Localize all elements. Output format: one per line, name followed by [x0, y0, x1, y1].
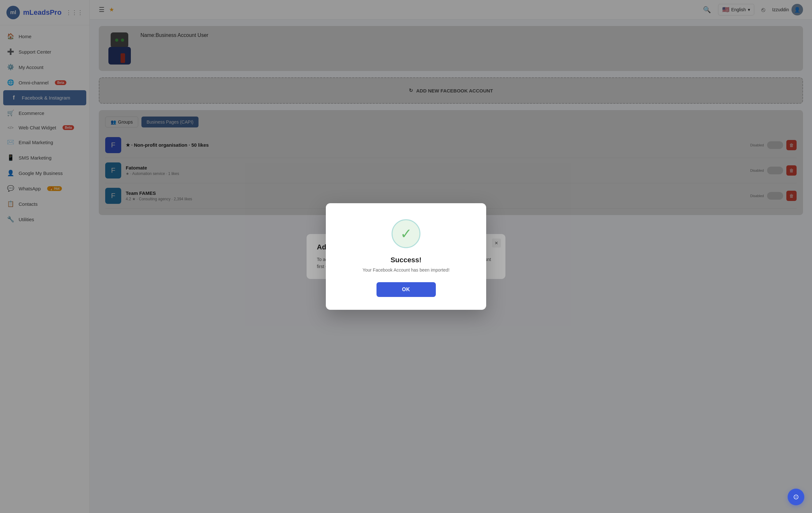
support-fab-icon: ⊙ — [793, 493, 799, 501]
success-title: Success! — [390, 256, 422, 264]
success-message: Your Facebook Account has been imported! — [362, 267, 449, 273]
checkmark-icon: ✓ — [400, 227, 412, 241]
ok-button[interactable]: OK — [377, 282, 436, 297]
modal-overlay: Add A New Facebook Page To add a new Fac… — [90, 0, 812, 513]
modal-close-button[interactable]: ✕ — [492, 239, 501, 247]
success-modal: ✓ Success! Your Facebook Account has bee… — [326, 203, 486, 310]
main-area: ☰ ★ 🔍 🇺🇸 English ▾ ⎋ Izzuddin 👤 — [90, 0, 812, 513]
success-icon-circle: ✓ — [392, 219, 420, 248]
support-fab[interactable]: ⊙ — [788, 489, 804, 505]
